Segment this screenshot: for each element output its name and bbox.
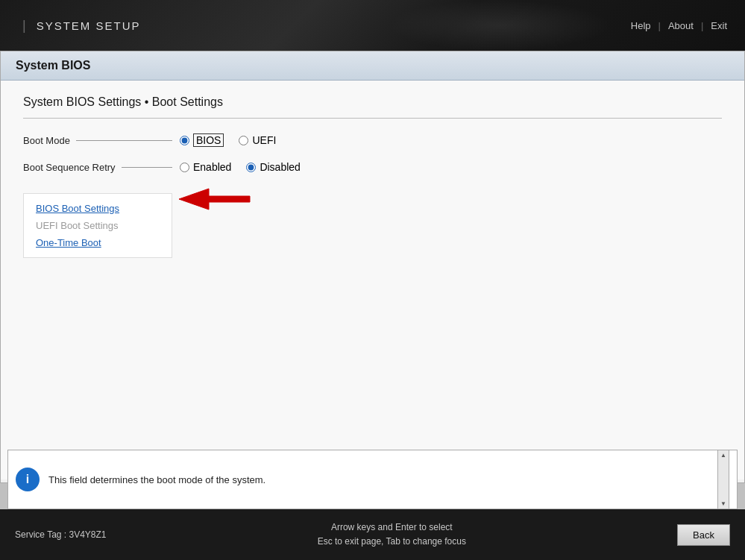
footer-instructions-line1: Arrow keys and Enter to select — [318, 520, 466, 535]
bios-boot-settings-link[interactable]: BIOS Boot Settings — [24, 200, 172, 217]
boot-mode-options: BIOS UEFI — [180, 133, 276, 147]
one-time-boot-link[interactable]: One-Time Boot — [24, 234, 172, 251]
boot-sequence-row: Boot Sequence Retry Enabled Disabled — [23, 157, 722, 177]
content-area: System BIOS Settings • Boot Settings Boo… — [1, 81, 744, 479]
bios-title-bar: System BIOS — [1, 51, 744, 81]
boot-sequence-disabled-option[interactable]: Disabled — [246, 161, 300, 173]
boot-mode-uefi-label: UEFI — [252, 134, 276, 146]
back-button[interactable]: Back — [677, 524, 730, 546]
boot-sequence-label: Boot Sequence Retry — [23, 162, 172, 173]
boot-sequence-disabled-radio[interactable] — [246, 163, 256, 172]
info-box: i This field determines the boot mode of… — [7, 450, 738, 509]
footer: Service Tag : 3V4Y8Z1 Arrow keys and Ent… — [0, 509, 745, 560]
red-arrow-indicator — [175, 186, 257, 215]
boot-mode-label: Boot Mode — [23, 135, 172, 146]
bios-section-title: System BIOS — [16, 59, 729, 72]
boot-sequence-enabled-radio[interactable] — [180, 163, 189, 172]
footer-right: Back — [677, 524, 730, 546]
service-tag: Service Tag : 3V4Y8Z1 — [15, 529, 107, 540]
header-title: SYSTEM SETUP — [22, 18, 141, 34]
page-breadcrumb: System BIOS Settings • Boot Settings — [23, 95, 722, 119]
about-link[interactable]: About — [665, 19, 697, 33]
boot-mode-uefi-radio[interactable] — [239, 136, 248, 145]
boot-sequence-options: Enabled Disabled — [180, 161, 301, 173]
boot-mode-bios-radio[interactable] — [180, 136, 189, 145]
scrollbar-down-arrow[interactable]: ▼ — [720, 500, 726, 507]
boot-mode-row: Boot Mode BIOS UEFI — [23, 130, 722, 150]
boot-sequence-disabled-label: Disabled — [260, 161, 300, 173]
footer-instructions: Arrow keys and Enter to select Esc to ex… — [318, 520, 466, 549]
boot-mode-bios-label: BIOS — [193, 133, 224, 147]
header-nav: Help | About | Exit — [628, 19, 730, 33]
header: SYSTEM SETUP Help | About | Exit — [0, 0, 745, 51]
info-text: This field determines the boot mode of t… — [48, 474, 265, 485]
boot-sequence-enabled-option[interactable]: Enabled — [180, 161, 231, 173]
nav-links-panel: BIOS Boot Settings UEFI Boot Settings On… — [23, 193, 172, 258]
boot-sequence-enabled-label: Enabled — [193, 161, 231, 173]
footer-instructions-line2: Esc to exit page, Tab to change focus — [318, 535, 466, 549]
info-scrollbar[interactable]: ▲ ▼ — [717, 450, 729, 509]
uefi-boot-settings-link: UEFI Boot Settings — [24, 217, 172, 234]
sep-1: | — [658, 20, 661, 31]
header-title-text: SYSTEM SETUP — [37, 19, 141, 32]
boot-mode-uefi-option[interactable]: UEFI — [239, 134, 276, 146]
exit-link[interactable]: Exit — [708, 19, 730, 33]
svg-marker-0 — [179, 189, 250, 210]
main-content: System BIOS System BIOS Settings • Boot … — [0, 51, 745, 483]
info-icon: i — [16, 468, 40, 491]
help-link[interactable]: Help — [628, 19, 654, 33]
sep-2: | — [701, 20, 703, 31]
scrollbar-up-arrow[interactable]: ▲ — [720, 452, 726, 459]
boot-mode-bios-option[interactable]: BIOS — [180, 133, 224, 147]
